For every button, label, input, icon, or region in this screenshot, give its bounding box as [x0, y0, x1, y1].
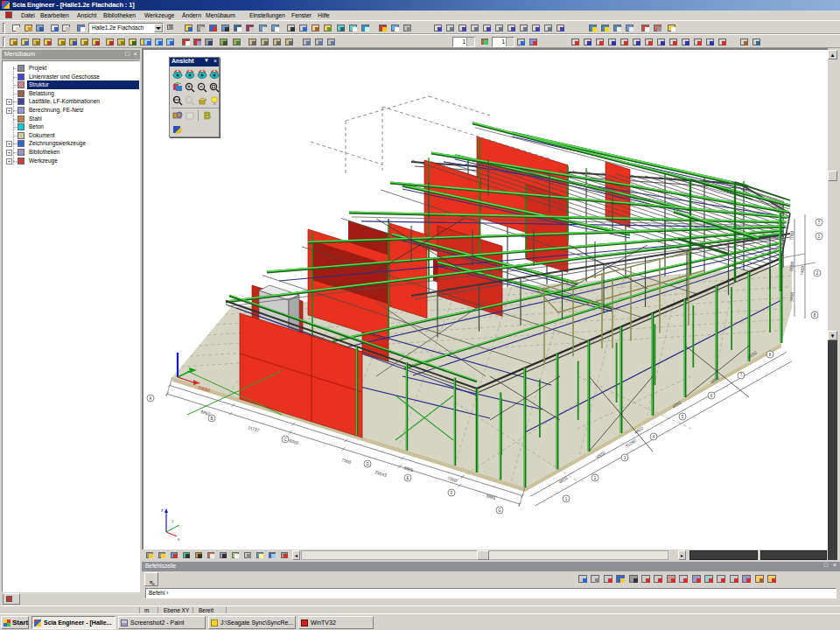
svg-text:4800: 4800 — [557, 475, 569, 485]
svg-text:B: B — [210, 416, 213, 421]
svg-text:z: z — [161, 508, 164, 513]
svg-text:6000: 6000 — [289, 438, 300, 445]
svg-text:G: G — [498, 508, 501, 513]
svg-text:A: A — [149, 396, 151, 401]
svg-text:y: y — [172, 518, 174, 523]
svg-text:7400: 7400 — [799, 265, 805, 276]
svg-text:7000: 7000 — [341, 457, 353, 465]
svg-text:25043: 25043 — [374, 469, 388, 478]
svg-text:B: B — [204, 110, 211, 121]
svg-text:31090: 31090 — [624, 438, 637, 449]
svg-text:3885: 3885 — [403, 465, 415, 472]
svg-text:E: E — [406, 476, 409, 480]
svg-text:x: x — [178, 536, 180, 542]
svg-text:3400: 3400 — [788, 291, 794, 302]
svg-text:11737: 11737 — [248, 424, 261, 433]
svg-text:F: F — [451, 491, 453, 495]
svg-text:7000: 7000 — [788, 230, 794, 241]
svg-text:5000: 5000 — [788, 261, 794, 271]
svg-text:3885: 3885 — [486, 493, 497, 500]
